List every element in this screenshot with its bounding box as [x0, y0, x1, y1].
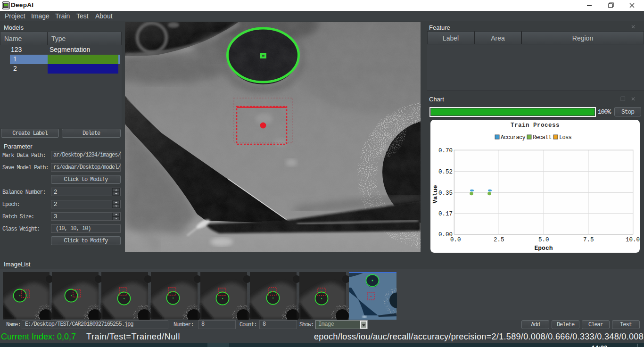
- svg-text:0.0: 0.0: [450, 237, 461, 243]
- svg-text:0.70: 0.70: [438, 148, 453, 154]
- svg-text:Loss: Loss: [559, 134, 572, 141]
- svg-text:Value: Value: [432, 185, 439, 203]
- svg-text:Train Process: Train Process: [511, 122, 560, 129]
- svg-text:Epoch: Epoch: [534, 245, 553, 252]
- svg-text:Accuracy: Accuracy: [501, 134, 526, 141]
- svg-text:Recall: Recall: [533, 134, 552, 141]
- svg-text:0.17: 0.17: [438, 211, 453, 217]
- svg-text:7.5: 7.5: [583, 237, 594, 243]
- svg-text:0.35: 0.35: [438, 190, 453, 197]
- svg-text:5.0: 5.0: [538, 237, 549, 243]
- svg-text:10.0: 10.0: [626, 237, 640, 243]
- svg-text:0.52: 0.52: [438, 169, 453, 175]
- svg-text:2.5: 2.5: [494, 237, 504, 243]
